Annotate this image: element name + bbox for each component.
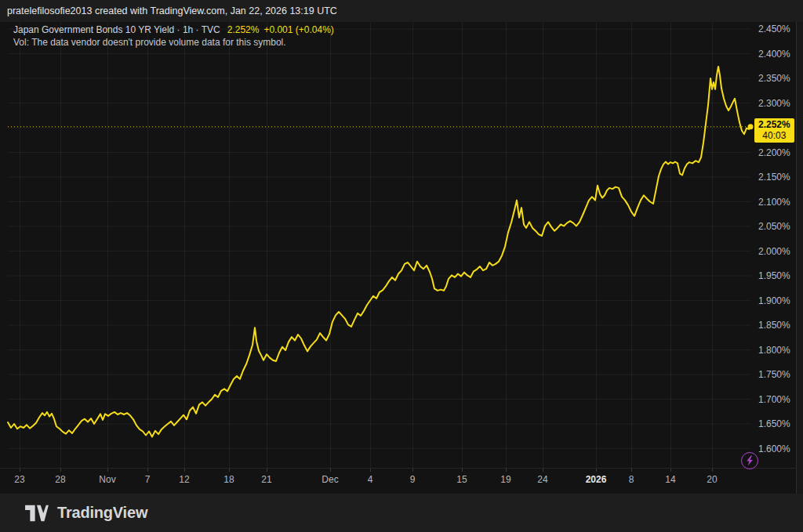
time-axis-label: 21: [249, 474, 284, 485]
price-axis-label: 1.900%: [758, 295, 796, 307]
price-axis-label: 1.700%: [758, 393, 796, 406]
time-axis-tick: [267, 469, 267, 472]
time-axis-label: 4: [353, 474, 387, 485]
current-price-value: 2.252%: [758, 119, 790, 130]
time-scale[interactable]: 2328Nov7121821Dec49151924202681420: [0, 468, 797, 494]
time-axis-label: 15: [445, 474, 479, 485]
symbol-legend: Japan Government Bonds 10 YR Yield · 1h …: [13, 24, 334, 49]
price-axis-label: 1.800%: [758, 344, 796, 356]
time-axis-label: 28: [43, 474, 78, 485]
volume-note: Vol: The data vendor doesn't provide vol…: [13, 36, 334, 49]
time-axis-tick: [596, 469, 597, 472]
time-axis-label: 23: [2, 474, 37, 485]
time-axis-label: 20: [695, 474, 729, 485]
time-axis-label: 14: [653, 474, 688, 485]
time-axis-label: 24: [525, 474, 560, 485]
price-axis-label: 1.750%: [758, 368, 796, 381]
time-axis-tick: [229, 469, 230, 472]
time-axis-label: 7: [130, 474, 165, 485]
price-axis-label: 2.450%: [758, 23, 796, 35]
attribution-text: pratelefilosofie2013 created with Tradin…: [7, 5, 337, 16]
price-axis-label: 2.350%: [758, 72, 796, 85]
time-axis-tick: [60, 469, 61, 472]
yield-line-series: [8, 67, 750, 437]
time-axis-tick: [370, 469, 371, 472]
price-axis-label: 2.300%: [758, 97, 796, 110]
time-axis-label: 9: [395, 474, 430, 485]
time-axis-label: 8: [614, 474, 649, 485]
legend-row-main: Japan Government Bonds 10 YR Yield · 1h …: [13, 24, 334, 36]
lightning-bolt-glyph: [745, 455, 754, 466]
time-axis-tick: [631, 469, 632, 472]
footer-bar: TradingView: [0, 494, 803, 532]
price-axis-label: 1.950%: [758, 270, 796, 282]
attribution-bar: pratelefilosofie2013 created with Tradin…: [0, 0, 803, 22]
time-axis-tick: [147, 469, 148, 472]
time-axis-tick: [462, 469, 463, 472]
time-axis-tick: [543, 469, 543, 472]
time-axis-tick: [107, 469, 108, 472]
price-axis-label: 2.000%: [758, 245, 796, 258]
price-axis-label: 1.600%: [758, 443, 796, 455]
tradingview-wordmark[interactable]: TradingView: [57, 504, 147, 522]
price-scale[interactable]: 2.450%2.400%2.350%2.300%2.200%2.150%2.10…: [751, 22, 797, 468]
price-axis-label: 2.050%: [758, 220, 796, 233]
chart-widget: Japan Government Bonds 10 YR Yield · 1h …: [0, 22, 797, 494]
time-axis-tick: [20, 469, 20, 472]
price-axis-label: 2.150%: [758, 171, 796, 183]
price-axis-label: 2.100%: [758, 196, 796, 208]
time-axis-tick: [184, 469, 185, 472]
time-axis-tick: [506, 469, 507, 472]
bar-countdown: 40:03: [758, 130, 790, 141]
price-axis-label: 1.650%: [758, 418, 796, 430]
time-axis-tick: [712, 469, 713, 472]
tradingview-logo-icon[interactable]: [24, 505, 50, 522]
price-axis-label: 2.400%: [758, 48, 796, 60]
time-axis-label: Nov: [90, 474, 125, 485]
time-axis-label: Dec: [313, 474, 347, 485]
time-axis-label: 2026: [579, 474, 613, 485]
price-axis-label: 1.850%: [758, 319, 796, 331]
symbol-title[interactable]: Japan Government Bonds 10 YR Yield · 1h …: [13, 24, 220, 35]
legend-change: +0.001 (+0.04%): [263, 24, 333, 35]
legend-last-price: 2.252%: [227, 24, 260, 35]
time-axis-tick: [670, 469, 671, 472]
chart-pane[interactable]: [0, 22, 797, 494]
time-axis-label: 19: [489, 474, 523, 485]
time-axis-tick: [412, 469, 413, 472]
realtime-lightning-icon[interactable]: [741, 452, 758, 469]
time-axis-tick: [330, 469, 331, 472]
current-price-label: 2.252% 40:03: [754, 118, 794, 143]
time-axis-label: 12: [167, 474, 202, 485]
price-axis-label: 2.200%: [758, 147, 796, 159]
time-axis-label: 18: [212, 474, 246, 485]
